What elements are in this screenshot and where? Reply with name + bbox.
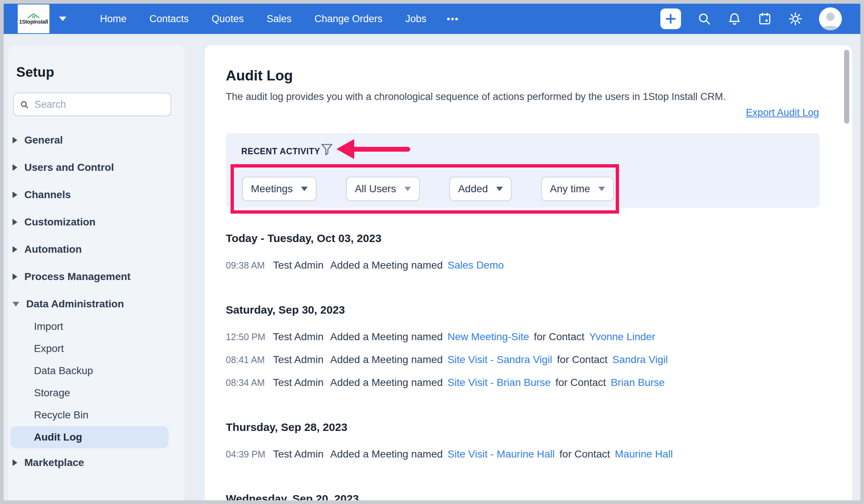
sidebar-section-marketplace[interactable]: Marketplace <box>8 453 184 472</box>
calendar-icon <box>758 12 772 26</box>
nav-item-change-orders[interactable]: Change Orders <box>303 4 394 34</box>
app-background: 1StopInstall HomeContactsQuotesSalesChan… <box>4 4 860 500</box>
sidebar-item-export[interactable]: Export <box>8 338 184 360</box>
chevron-down-icon <box>598 187 605 191</box>
sidebar-section-channels[interactable]: Channels <box>8 186 184 204</box>
entry-user: Test Admin <box>273 448 324 460</box>
sidebar-search[interactable] <box>13 93 171 116</box>
filter-funnel-icon[interactable] <box>320 143 333 156</box>
nav-item-home[interactable]: Home <box>89 4 138 34</box>
sidebar-search-input[interactable] <box>34 99 165 111</box>
entry-action: Added a Meeting named <box>330 331 443 343</box>
entry-contact-label: for Contact <box>534 331 584 343</box>
org-switcher-caret-icon[interactable] <box>59 17 66 21</box>
triangle-right-icon <box>13 191 17 198</box>
filter-dropdown-added[interactable]: Added <box>449 177 512 201</box>
nav-item-jobs[interactable]: Jobs <box>394 4 438 34</box>
entry-user: Test Admin <box>273 377 324 389</box>
primary-nav: HomeContactsQuotesSalesChange OrdersJobs… <box>89 4 468 34</box>
vertical-scrollbar-thumb[interactable] <box>844 50 849 124</box>
settings-button[interactable] <box>788 11 803 26</box>
entry-user: Test Admin <box>273 354 324 366</box>
log-date-group: Thursday, Sep 28, 2023 04:39 PM Test Adm… <box>226 421 815 460</box>
entry-action: Added a Meeting named <box>330 377 443 389</box>
nav-item-contacts[interactable]: Contacts <box>138 4 200 34</box>
nav-item-more[interactable]: ••• <box>438 4 468 34</box>
sidebar-item-recycle-bin[interactable]: Recycle Bin <box>8 404 184 426</box>
company-logo[interactable]: 1StopInstall <box>18 4 49 33</box>
annotation-arrow-bar <box>354 147 410 152</box>
window-frame: 1StopInstall HomeContactsQuotesSalesChan… <box>0 0 864 504</box>
entry-contact-link[interactable]: Yvonne Linder <box>589 331 655 343</box>
chevron-down-icon <box>496 187 503 191</box>
log-entry: 12:50 PM Test Admin Added a Meeting name… <box>226 331 815 343</box>
sidebar-section-automation[interactable]: Automation <box>8 240 184 259</box>
filter-dropdown-meetings[interactable]: Meetings <box>242 177 317 201</box>
search-button[interactable] <box>697 12 711 26</box>
triangle-right-icon <box>13 459 17 466</box>
entry-record-link[interactable]: Site Visit - Maurine Hall <box>447 448 554 460</box>
date-heading: Wednesday, Sep 20, 2023 <box>226 493 815 500</box>
calendar-button[interactable] <box>758 12 772 26</box>
sidebar-item-data-backup[interactable]: Data Backup <box>8 360 184 382</box>
notifications-button[interactable] <box>728 12 742 26</box>
triangle-right-icon <box>13 219 17 225</box>
chevron-down-icon <box>404 187 411 191</box>
date-heading: Today - Tuesday, Oct 03, 2023 <box>226 232 815 245</box>
entry-contact-link[interactable]: Brian Burse <box>611 377 665 389</box>
nav-item-sales[interactable]: Sales <box>255 4 303 34</box>
log-date-group: Today - Tuesday, Oct 03, 2023 09:38 AM T… <box>226 232 815 271</box>
recent-activity-label: RECENT ACTIVITY <box>241 146 320 156</box>
entry-action: Added a Meeting named <box>330 448 443 460</box>
page-description: The audit log provides you with a chrono… <box>226 91 852 103</box>
entry-time: 04:39 PM <box>226 449 263 460</box>
filter-dropdowns: Meetings All Users Added Any time <box>234 168 616 210</box>
entry-record-link[interactable]: Site Visit - Sandra Vigil <box>447 354 552 366</box>
sidebar-section-users-and-control[interactable]: Users and Control <box>8 158 184 177</box>
person-silhouette-icon <box>819 9 842 30</box>
logo-text: 1StopInstall <box>19 19 48 25</box>
entry-time: 08:34 AM <box>226 377 263 388</box>
recent-activity-panel: RECENT ACTIVITY Meetings All Users Added… <box>226 133 820 208</box>
page-title: Audit Log <box>226 68 852 84</box>
sidebar-section-data-administration[interactable]: Data Administration <box>8 295 184 313</box>
entry-user: Test Admin <box>273 259 324 271</box>
entry-user: Test Admin <box>273 331 324 343</box>
log-entry: 08:41 AM Test Admin Added a Meeting name… <box>226 354 815 366</box>
annotation-arrow-head <box>336 139 354 159</box>
entry-record-link[interactable]: Sales Demo <box>447 259 504 271</box>
sidebar-section-customization[interactable]: Customization <box>8 213 184 231</box>
setup-tree: General Users and Control Channels Custo… <box>8 131 184 472</box>
quick-create-button[interactable] <box>660 8 681 29</box>
sidebar-item-audit-log[interactable]: Audit Log <box>10 426 169 448</box>
audit-log-groups: Today - Tuesday, Oct 03, 2023 09:38 AM T… <box>226 232 852 500</box>
triangle-right-icon <box>13 246 17 253</box>
bell-icon <box>728 12 742 26</box>
setup-sidebar: Setup General Users and Control Channels… <box>8 45 184 500</box>
triangle-right-icon <box>13 164 17 171</box>
sidebar-section-process-management[interactable]: Process Management <box>8 267 184 286</box>
sidebar-section-general[interactable]: General <box>8 131 184 149</box>
triangle-down-icon <box>13 302 19 307</box>
entry-action: Added a Meeting named <box>330 259 443 271</box>
sidebar-item-storage[interactable]: Storage <box>8 382 184 404</box>
log-entry: 09:38 AM Test Admin Added a Meeting name… <box>226 259 815 271</box>
gear-icon <box>788 11 803 26</box>
export-audit-log-link[interactable]: Export Audit Log <box>746 107 819 118</box>
sidebar-item-import[interactable]: Import <box>8 315 184 338</box>
search-icon <box>697 12 711 26</box>
entry-contact-label: for Contact <box>556 377 606 389</box>
entry-contact-link[interactable]: Sandra Vigil <box>612 354 668 366</box>
user-avatar[interactable] <box>819 7 842 30</box>
nav-item-quotes[interactable]: Quotes <box>200 4 255 34</box>
triangle-right-icon <box>13 273 17 280</box>
filter-dropdown-all-users[interactable]: All Users <box>346 177 420 201</box>
plus-icon <box>663 11 678 26</box>
nav-actions <box>660 7 842 30</box>
entry-record-link[interactable]: New Meeting-Site <box>447 331 529 343</box>
entry-record-link[interactable]: Site Visit - Brian Burse <box>447 377 551 389</box>
entry-contact-link[interactable]: Maurine Hall <box>615 448 673 460</box>
search-icon <box>20 100 29 110</box>
sidebar-title: Setup <box>16 65 184 80</box>
filter-dropdown-any-time[interactable]: Any time <box>541 177 614 201</box>
